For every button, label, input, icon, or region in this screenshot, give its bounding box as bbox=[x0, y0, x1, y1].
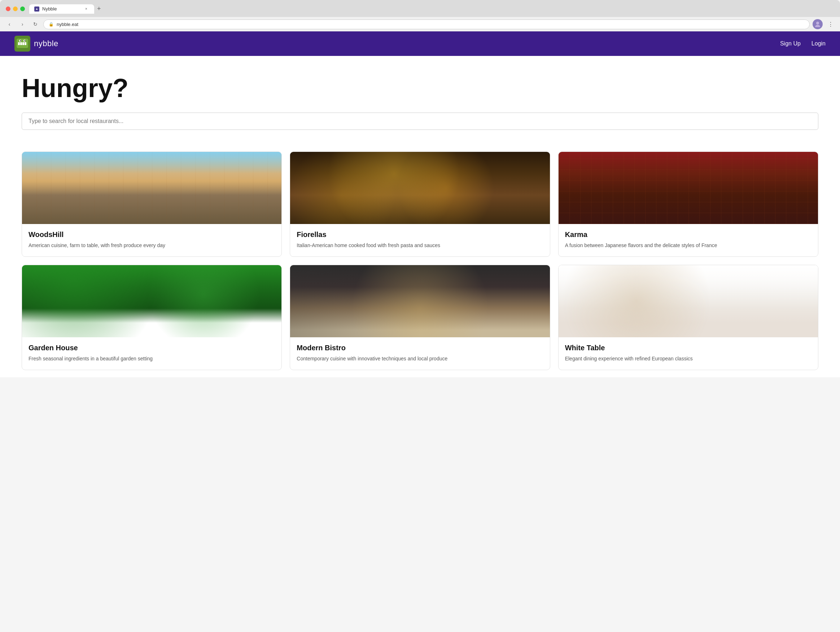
restaurant-name-fiorellas: Fiorellas bbox=[297, 230, 543, 239]
svg-rect-3 bbox=[18, 42, 20, 45]
restaurant-image-modern bbox=[290, 265, 549, 337]
tab-bar: ▲ Nybble × + bbox=[29, 4, 823, 14]
browser-titlebar: ▲ Nybble × + bbox=[0, 0, 840, 17]
nav-links: Sign Up Login bbox=[780, 40, 826, 47]
window-close-button[interactable] bbox=[6, 6, 11, 11]
website-content: nybble Sign Up Login Hungry? WoodsHill A… bbox=[0, 32, 840, 377]
tab-close-button[interactable]: × bbox=[83, 6, 89, 12]
nav-bar: nybble Sign Up Login bbox=[0, 32, 840, 56]
svg-rect-6 bbox=[25, 42, 26, 45]
restaurant-image-karma bbox=[559, 152, 818, 224]
search-input[interactable] bbox=[22, 113, 818, 130]
logo-text: nybble bbox=[34, 39, 58, 48]
hero-title: Hungry? bbox=[22, 74, 818, 102]
window-minimize-button[interactable] bbox=[13, 6, 18, 11]
logo-icon bbox=[14, 36, 30, 52]
restaurant-card-karma[interactable]: Karma A fusion between Japanese flavors … bbox=[558, 151, 818, 257]
tab-title: Nybble bbox=[42, 6, 57, 11]
svg-rect-5 bbox=[22, 42, 24, 45]
restaurant-name-garden: Garden House bbox=[28, 344, 275, 352]
active-tab[interactable]: ▲ Nybble × bbox=[29, 4, 94, 14]
restaurant-image-garden bbox=[22, 265, 281, 337]
window-maximize-button[interactable] bbox=[20, 6, 25, 11]
restaurant-desc-modern: Contemporary cuisine with innovative tec… bbox=[297, 355, 543, 362]
back-button[interactable]: ‹ bbox=[4, 19, 14, 29]
profile-button[interactable] bbox=[813, 19, 823, 29]
restaurant-name-modern: Modern Bistro bbox=[297, 344, 543, 352]
svg-rect-4 bbox=[20, 42, 22, 45]
address-bar-row: ‹ › ↻ 🔒 nybble.eat ⋮ bbox=[0, 17, 840, 32]
restaurant-name-woodshill: WoodsHill bbox=[28, 230, 275, 239]
browser-window: ▲ Nybble × + ‹ › ↻ 🔒 nybble.eat ⋮ bbox=[0, 0, 840, 377]
restaurant-image-fiorellas bbox=[290, 152, 549, 224]
nav-logo: nybble bbox=[14, 36, 58, 52]
url-text: nybble.eat bbox=[57, 22, 78, 27]
restaurant-card-fiorellas[interactable]: Fiorellas Italian-American home cooked f… bbox=[290, 151, 550, 257]
lock-icon: 🔒 bbox=[49, 22, 54, 27]
restaurant-card-garden[interactable]: Garden House Fresh seasonal ingredients … bbox=[22, 265, 282, 370]
tab-favicon: ▲ bbox=[34, 6, 39, 11]
restaurant-card-white[interactable]: White Table Elegant dining experience wi… bbox=[558, 265, 818, 370]
restaurant-desc-fiorellas: Italian-American home cooked food with f… bbox=[297, 242, 543, 249]
login-link[interactable]: Login bbox=[812, 40, 826, 47]
card-body-fiorellas: Fiorellas Italian-American home cooked f… bbox=[290, 224, 549, 257]
card-body-woodshill: WoodsHill American cuisine, farm to tabl… bbox=[22, 224, 281, 257]
restaurant-desc-woodshill: American cuisine, farm to table, with fr… bbox=[28, 242, 275, 249]
window-controls bbox=[6, 6, 25, 11]
restaurant-image-white bbox=[559, 265, 818, 337]
restaurant-card-modern[interactable]: Modern Bistro Contemporary cuisine with … bbox=[290, 265, 550, 370]
new-tab-button[interactable]: + bbox=[94, 4, 104, 14]
svg-point-10 bbox=[25, 40, 25, 41]
restaurant-desc-karma: A fusion between Japanese flavors and th… bbox=[565, 242, 812, 249]
svg-point-9 bbox=[20, 40, 21, 41]
restaurant-image-woodshill bbox=[22, 152, 281, 224]
restaurant-grid: WoodsHill American cuisine, farm to tabl… bbox=[0, 141, 840, 377]
restaurant-card-woodshill[interactable]: WoodsHill American cuisine, farm to tabl… bbox=[22, 151, 282, 257]
card-body-karma: Karma A fusion between Japanese flavors … bbox=[559, 224, 818, 257]
svg-point-0 bbox=[816, 22, 819, 25]
reload-button[interactable]: ↻ bbox=[30, 19, 40, 29]
restaurant-name-white: White Table bbox=[565, 344, 812, 352]
restaurant-desc-white: Elegant dining experience with refined E… bbox=[565, 355, 812, 362]
address-bar[interactable]: 🔒 nybble.eat bbox=[43, 19, 810, 29]
forward-button[interactable]: › bbox=[17, 19, 27, 29]
card-body-white: White Table Elegant dining experience wi… bbox=[559, 337, 818, 370]
browser-menu-button[interactable]: ⋮ bbox=[826, 19, 836, 29]
hero-section: Hungry? bbox=[0, 56, 840, 141]
restaurant-name-karma: Karma bbox=[565, 230, 812, 239]
card-body-garden: Garden House Fresh seasonal ingredients … bbox=[22, 337, 281, 370]
restaurant-desc-garden: Fresh seasonal ingredients in a beautifu… bbox=[28, 355, 275, 362]
signup-link[interactable]: Sign Up bbox=[780, 40, 801, 47]
card-body-modern: Modern Bistro Contemporary cuisine with … bbox=[290, 337, 549, 370]
